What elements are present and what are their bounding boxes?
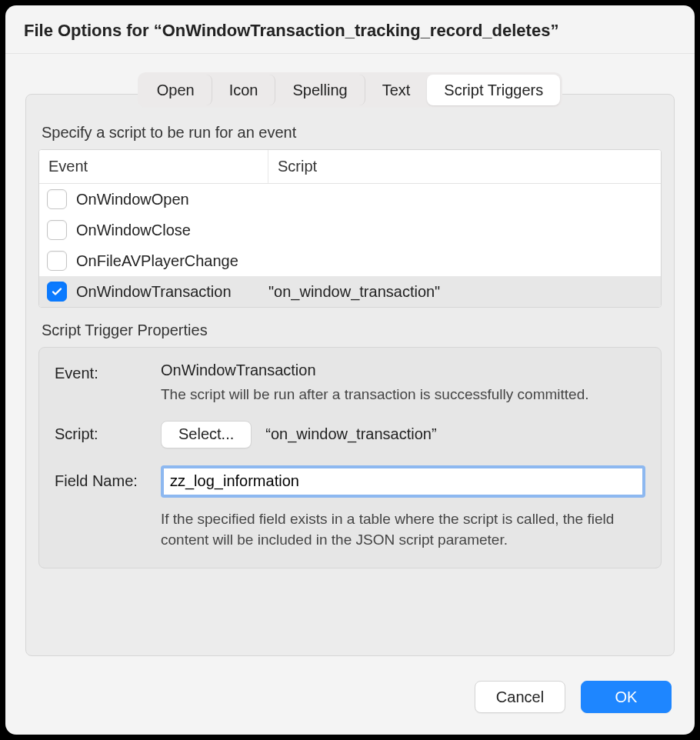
event-script: "on_window_transaction" <box>268 283 440 301</box>
event-name: OnWindowClose <box>76 222 268 239</box>
event-name: OnWindowOpen <box>76 191 268 208</box>
event-name: OnWindowTransaction <box>76 283 268 301</box>
cancel-button[interactable]: Cancel <box>475 681 565 713</box>
script-property-row: Script: Select... “on_window_transaction… <box>55 421 645 448</box>
column-header-event[interactable]: Event <box>39 150 268 183</box>
tab-bar: Open Icon Spelling Text Script Triggers <box>138 72 563 108</box>
event-value: OnWindowTransaction <box>161 362 645 379</box>
row-checkbox[interactable] <box>47 189 67 209</box>
triggers-table: Event Script OnWindowOpen <box>38 149 662 308</box>
table-row[interactable]: OnWindowTransaction "on_window_transacti… <box>39 276 661 307</box>
table-row[interactable]: OnFileAVPlayerChange <box>39 245 661 276</box>
event-help-text: The script will be run after a transacti… <box>161 384 645 405</box>
tab-script-triggers[interactable]: Script Triggers <box>427 75 560 105</box>
row-checkbox[interactable] <box>47 251 67 271</box>
tab-icon[interactable]: Icon <box>212 75 276 105</box>
check-icon <box>51 285 63 298</box>
event-label: Event: <box>55 362 161 382</box>
field-name-input[interactable] <box>161 465 645 498</box>
event-name: OnFileAVPlayerChange <box>76 252 268 270</box>
script-label: Script: <box>55 425 161 443</box>
tab-open[interactable]: Open <box>140 75 212 105</box>
selected-script-name: “on_window_transaction” <box>265 425 436 443</box>
field-help-text: If the specified field exists in a table… <box>161 508 645 551</box>
event-property-row: Event: OnWindowTransaction The script wi… <box>55 362 645 405</box>
properties-box: Event: OnWindowTransaction The script wi… <box>38 347 662 568</box>
file-options-dialog: File Options for “OnWindowTransaction_tr… <box>5 5 695 735</box>
table-row[interactable]: OnWindowClose <box>39 215 661 245</box>
field-help-row: If the specified field exists in a table… <box>55 507 645 551</box>
table-body: OnWindowOpen OnWindowClose <box>39 184 661 307</box>
tab-text[interactable]: Text <box>365 75 428 105</box>
field-name-label: Field Name: <box>55 472 161 490</box>
window-title: File Options for “OnWindowTransaction_tr… <box>5 5 695 54</box>
field-name-row: Field Name: <box>55 465 645 498</box>
row-checkbox[interactable] <box>47 220 67 240</box>
select-script-button[interactable]: Select... <box>161 421 252 448</box>
table-row[interactable]: OnWindowOpen <box>39 184 661 215</box>
instruction-label: Specify a script to be run for an event <box>42 124 658 142</box>
properties-heading: Script Trigger Properties <box>42 322 658 339</box>
script-triggers-panel: Specify a script to be run for an event … <box>25 94 675 656</box>
row-checkbox[interactable] <box>47 282 67 302</box>
column-header-script[interactable]: Script <box>268 158 661 175</box>
table-header: Event Script <box>39 150 661 184</box>
ok-button[interactable]: OK <box>581 681 672 713</box>
dialog-footer: Cancel OK <box>5 664 695 735</box>
tab-spelling[interactable]: Spelling <box>275 75 365 105</box>
dialog-content: Open Icon Spelling Text Script Triggers … <box>5 54 695 664</box>
